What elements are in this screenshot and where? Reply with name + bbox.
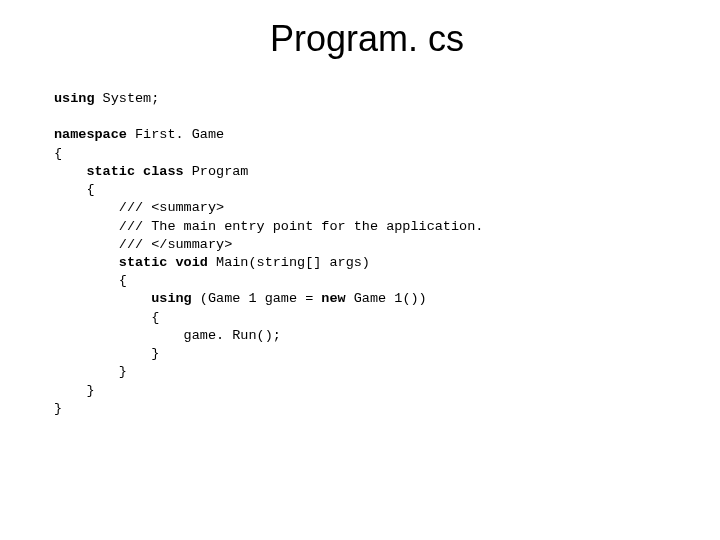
- kw-namespace: namespace: [54, 127, 127, 142]
- code-text: Main(string[] args): [208, 255, 370, 270]
- brace: {: [54, 146, 62, 161]
- brace: }: [54, 383, 95, 398]
- kw-static-class: static class: [86, 164, 183, 179]
- comment: /// <summary>: [54, 200, 224, 215]
- indent: [54, 255, 119, 270]
- code-block: using System; namespace First. Game { st…: [54, 90, 680, 418]
- brace: {: [54, 182, 95, 197]
- code-text: Game 1()): [346, 291, 427, 306]
- code-text: Program: [184, 164, 249, 179]
- comment: /// </summary>: [54, 237, 232, 252]
- indent: [54, 291, 151, 306]
- code-text: First. Game: [127, 127, 224, 142]
- brace: }: [54, 364, 127, 379]
- brace: }: [54, 401, 62, 416]
- slide-title: Program. cs: [54, 18, 680, 60]
- indent: [54, 164, 86, 179]
- code-text: (Game 1 game =: [192, 291, 322, 306]
- code-text: System;: [95, 91, 160, 106]
- kw-static-void: static void: [119, 255, 208, 270]
- kw-using-stmt: using: [151, 291, 192, 306]
- brace: {: [54, 310, 159, 325]
- comment: /// The main entry point for the applica…: [54, 219, 483, 234]
- brace: {: [54, 273, 127, 288]
- brace: }: [54, 346, 159, 361]
- kw-using: using: [54, 91, 95, 106]
- slide: Program. cs using System; namespace Firs…: [0, 0, 720, 540]
- kw-new: new: [321, 291, 345, 306]
- code-text: game. Run();: [54, 328, 281, 343]
